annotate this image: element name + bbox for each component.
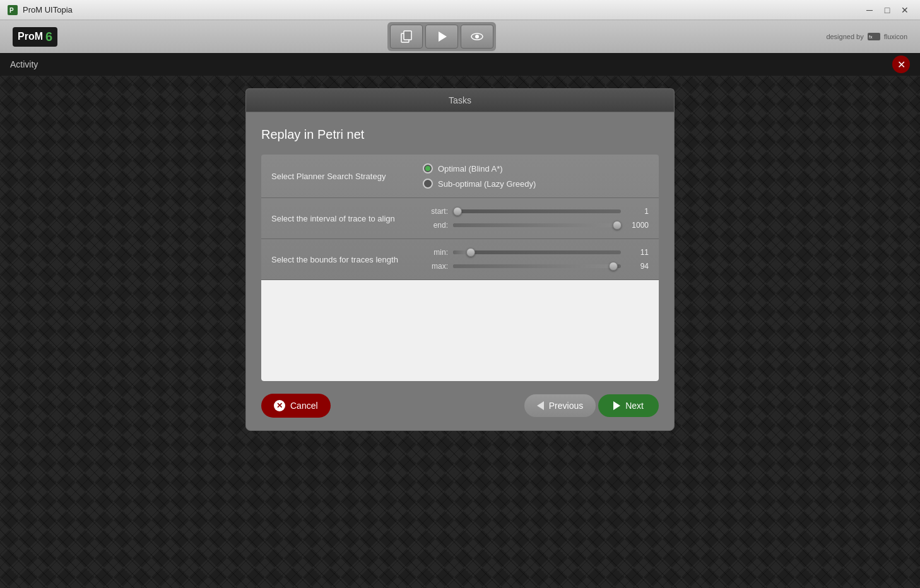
slider-row-min: min: 11	[423, 248, 649, 257]
toolbar-right: designed by fx fluxicon	[826, 33, 907, 40]
trace-interval-section: Select the interval of trace to align st…	[261, 198, 659, 239]
slider-end-value: 1000	[626, 221, 649, 230]
radio-suboptimal[interactable]	[423, 179, 433, 189]
radio-optimal-label: Optimal (Blind A*)	[438, 164, 503, 173]
white-content-area	[261, 280, 659, 381]
slider-start-key: start:	[423, 207, 448, 216]
brand-text: fluxicon	[884, 33, 907, 40]
close-button[interactable]: ✕	[897, 3, 912, 18]
radio-optimal[interactable]	[423, 163, 433, 173]
slider-end-fill	[453, 223, 618, 227]
cancel-label: Cancel	[290, 401, 318, 411]
app-logo: ProM 6	[13, 27, 57, 47]
slider-max-fill	[453, 264, 614, 268]
title-bar-title: ProM UITopia	[23, 5, 73, 15]
slider-end-key: end:	[423, 221, 448, 230]
planner-search-section: Select Planner Search Strategy Optimal (…	[261, 155, 659, 198]
planner-search-controls: Optimal (Blind A*) Sub-optimal (Lazy Gre…	[423, 163, 649, 189]
toolbar: ProM 6 designed by fx fluxicon	[0, 20, 920, 53]
cancel-icon: ✕	[274, 400, 285, 411]
designed-by-text: designed by	[826, 33, 863, 40]
slider-row-max: max: 94	[423, 262, 649, 271]
trace-bounds-label: Select the bounds for traces length	[271, 255, 423, 264]
svg-rect-3	[404, 31, 411, 40]
logo-prom-text: ProM	[18, 31, 43, 42]
next-label: Next	[625, 401, 644, 411]
play-toolbar-button[interactable]	[425, 25, 458, 49]
slider-start-track[interactable]	[453, 209, 621, 213]
trace-bounds-section: Select the bounds for traces length min:…	[261, 239, 659, 280]
previous-icon	[537, 401, 544, 410]
copy-icon	[399, 30, 413, 44]
slider-max-value: 94	[626, 262, 649, 271]
svg-point-6	[475, 35, 479, 38]
dialog-title: Replay in Petri net	[261, 127, 659, 142]
activity-label: Activity	[10, 59, 38, 69]
title-bar-controls: ─ □ ✕	[862, 3, 912, 18]
svg-text:fx: fx	[869, 35, 873, 39]
trace-interval-controls: start: 1 end:	[423, 207, 649, 230]
tasks-header: Tasks	[245, 88, 675, 112]
slider-min-track[interactable]	[453, 250, 621, 254]
slider-start-thumb[interactable]	[453, 207, 462, 216]
previous-button[interactable]: Previous	[524, 394, 596, 417]
slider-row-end: end: 1000	[423, 221, 649, 230]
tasks-header-label: Tasks	[449, 95, 471, 105]
activity-close-button[interactable]: ✕	[892, 56, 910, 73]
play-icon	[435, 30, 449, 44]
planner-search-label: Select Planner Search Strategy	[271, 172, 423, 181]
dialog-content: Select Planner Search Strategy Optimal (…	[261, 155, 659, 381]
slider-min-key: min:	[423, 248, 448, 257]
radio-row-suboptimal[interactable]: Sub-optimal (Lazy Greedy)	[423, 179, 649, 189]
next-button[interactable]: Next	[598, 394, 659, 417]
slider-end-thumb[interactable]	[613, 221, 622, 230]
slider-min-thumb[interactable]	[466, 248, 475, 257]
copy-toolbar-button[interactable]	[390, 25, 423, 49]
maximize-button[interactable]: □	[880, 3, 895, 18]
svg-marker-4	[439, 32, 447, 42]
slider-min-value: 11	[626, 248, 649, 257]
title-bar-left: P ProM UITopia	[8, 5, 73, 15]
slider-max-track[interactable]	[453, 264, 621, 268]
toolbar-button-group	[387, 22, 496, 51]
activity-bar: Activity ✕	[0, 53, 920, 76]
nav-buttons: Previous Next	[524, 394, 659, 417]
fluxicon-logo-icon: fx	[868, 33, 880, 40]
minimize-button[interactable]: ─	[862, 3, 877, 18]
logo-version-text: 6	[45, 30, 52, 44]
dialog-footer: ✕ Cancel Previous Next	[261, 391, 659, 418]
title-bar: P ProM UITopia ─ □ ✕	[0, 0, 920, 20]
main-area: Tasks Replay in Petri net Select Planner…	[0, 76, 920, 588]
eye-toolbar-button[interactable]	[461, 25, 493, 49]
slider-max-thumb[interactable]	[609, 262, 618, 271]
trace-bounds-controls: min: 11 max:	[423, 248, 649, 271]
trace-interval-label: Select the interval of trace to align	[271, 214, 423, 223]
svg-text:P: P	[9, 7, 14, 14]
app-icon: P	[8, 5, 18, 15]
tasks-panel: Tasks Replay in Petri net Select Planner…	[245, 88, 675, 431]
radio-row-optimal[interactable]: Optimal (Blind A*)	[423, 163, 649, 173]
slider-max-key: max:	[423, 262, 448, 271]
slider-end-track[interactable]	[453, 223, 621, 227]
previous-label: Previous	[549, 401, 583, 411]
slider-row-start: start: 1	[423, 207, 649, 216]
cancel-button[interactable]: ✕ Cancel	[261, 394, 331, 418]
eye-icon	[470, 30, 484, 44]
radio-suboptimal-label: Sub-optimal (Lazy Greedy)	[438, 179, 536, 189]
next-icon	[613, 401, 620, 410]
dialog: Replay in Petri net Select Planner Searc…	[245, 112, 675, 431]
slider-start-value: 1	[626, 207, 649, 216]
